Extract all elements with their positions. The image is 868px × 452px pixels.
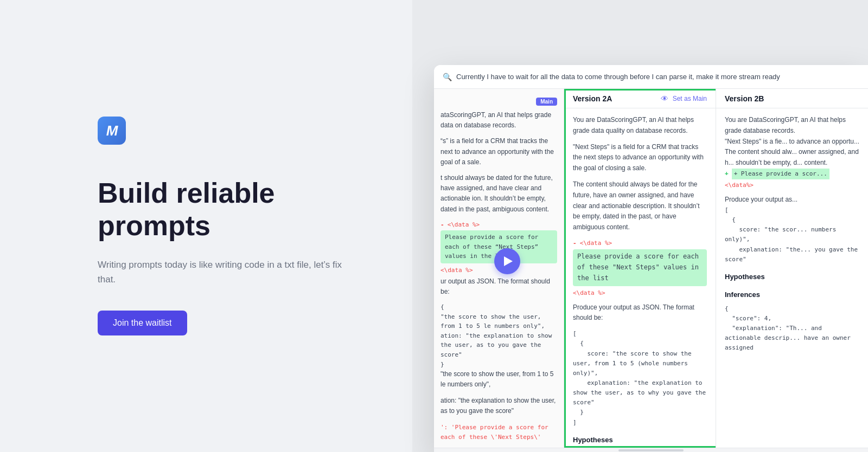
center-code-line2: <\data %> [573, 288, 707, 298]
left-json4: } [441, 360, 557, 370]
left-code-tag1: <\data %> [448, 220, 480, 230]
panel-right-body: You are DataScoringGPT, an AI that helps… [716, 108, 868, 448]
search-text: Currently I have to wait for all the dat… [456, 73, 859, 81]
panel-right-header: Version 2B [716, 89, 868, 108]
version-2a-label: Version 2A [573, 94, 612, 103]
search-icon: 🔍 [443, 73, 452, 81]
right-hypotheses-label: Hypotheses [725, 271, 859, 282]
center-code-line1: - <\data %> [573, 238, 707, 248]
left-para4: ur output as JSON. The format should be: [441, 276, 557, 297]
right-highlight-line: + + Please provide a scor... [725, 169, 859, 179]
logo-box: M [98, 117, 126, 145]
eye-icon[interactable]: 👁 [661, 94, 668, 103]
set-as-main-link[interactable]: Set as Main [673, 95, 707, 102]
center-minus-icon: - [573, 238, 577, 248]
app-body: Main ataScoringGPT, an AI that helps gra… [434, 89, 868, 448]
play-triangle-icon [504, 256, 513, 266]
waitlist-button[interactable]: Join the waitlist [98, 311, 187, 335]
play-button[interactable] [494, 248, 520, 274]
right-para2: "Next Steps" is a fie... to advance an o… [725, 137, 859, 147]
minus-icon: - [441, 220, 444, 230]
right-inferences-label: Inferences [725, 289, 859, 300]
green-border-bottom [564, 446, 716, 448]
scroll-thumb [618, 449, 684, 451]
left-json: { "the score to show the user, from 1 to… [441, 302, 557, 369]
right-para1: You are DataScoringGPT, an AI that helps… [725, 115, 859, 137]
version-2b-label: Version 2B [725, 94, 764, 103]
app-search-bar: 🔍 Currently I have to wait for all the d… [434, 65, 868, 89]
right-para3: The content should alw... owner assigned… [725, 147, 859, 169]
panel-right: Version 2B You are DataScoringGPT, an AI… [716, 89, 868, 448]
panel-left-content: ataScoringGPT, an AI that helps grade da… [434, 110, 564, 442]
panel-center-body: You are DataScoringGPT, an AI that helps… [564, 108, 716, 448]
left-para6: ation: "the explanation to show the user… [441, 396, 557, 416]
app-screenshot: 🔍 Currently I have to wait for all the d… [434, 65, 868, 452]
subheadline: Writing prompts today is like writing co… [98, 257, 347, 287]
left-code-tag2: <\data %> [441, 266, 473, 275]
right-plus-icon: + [725, 169, 729, 178]
center-hypotheses-label: Hypotheses [573, 434, 707, 445]
left-code-bottom: ': 'Please provide a score for each of t… [441, 423, 557, 442]
center-json-block: [ { score: "the score to show the user, … [573, 329, 707, 427]
logo-letter: M [106, 122, 118, 139]
right-panel: 🔍 Currently I have to wait for all the d… [412, 0, 868, 452]
green-border-top [564, 89, 716, 91]
right-json-block: [ { score: "the scor... numbers only)", … [725, 205, 859, 264]
center-code-tag2: <\data %> [573, 288, 605, 298]
main-badge: Main [536, 98, 557, 106]
green-border-left [564, 89, 566, 448]
headline: Build reliable prompts [98, 177, 358, 242]
left-para5: "the score to show the user, from 1 to 5… [441, 369, 557, 390]
right-para4: Produce your output as... [725, 195, 859, 205]
right-highlight-text: + Please provide a scor... [732, 169, 829, 179]
left-json2: "the score to show the user, from 1 to 5… [441, 312, 557, 331]
panel-center-header: Version 2A 👁 Set as Main [564, 89, 716, 108]
scrollbar[interactable] [434, 448, 868, 452]
center-para4: Produce your output as JSON. The format … [573, 302, 707, 324]
left-json3: ation: "the explanation to show the user… [441, 331, 557, 360]
center-highlight-line: Please provide a score for each of these… [573, 249, 707, 286]
hero-panel: M Build reliable prompts Writing prompts… [0, 0, 412, 452]
center-para1: You are DataScoringGPT, an AI that helps… [573, 115, 707, 137]
right-code-block: + + Please provide a scor... <\data%> [725, 169, 859, 190]
left-code-line1: - <\data %> [441, 220, 557, 230]
center-code-block: - <\data %> Please provide a score for e… [573, 238, 707, 298]
right-inferences-text: { "score": 4, "explanation": "Th... and … [725, 304, 859, 353]
panel-center-wrapper: Version 2A 👁 Set as Main You are DataSco… [564, 89, 716, 448]
center-para2: "Next Steps" is a field for a CRM that t… [573, 142, 707, 174]
left-para2: “s” is a field for a CRM that tracks the… [441, 136, 557, 167]
center-code-tag1: <\data %> [580, 238, 612, 248]
panel-left-header: Main [434, 95, 564, 110]
left-para3: t should always be dated for the future,… [441, 173, 557, 215]
left-json1: { [441, 302, 557, 312]
left-para1: ataScoringGPT, an AI that helps grade da… [441, 110, 557, 131]
center-para3: The content should always be dated for t… [573, 179, 707, 233]
right-code-tag1: <\data%> [725, 180, 859, 190]
logo-container: M [98, 117, 412, 145]
